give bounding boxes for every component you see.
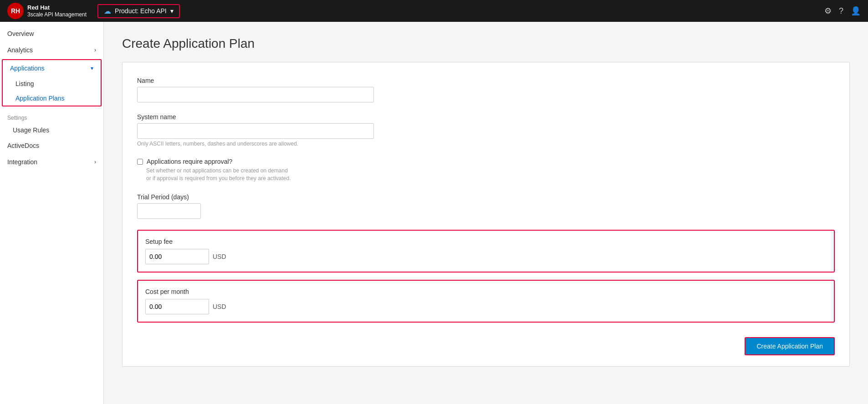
header-right: ⚙ ? 👤 — [824, 6, 861, 16]
name-group: Name — [137, 77, 835, 102]
setup-fee-input[interactable] — [145, 249, 209, 264]
form-footer: Create Application Plan — [745, 337, 835, 355]
sidebar-item-analytics[interactable]: Analytics › — [0, 42, 103, 58]
page-layout: Overview Analytics › Applications ▾ List… — [0, 22, 868, 404]
sidebar-item-overview[interactable]: Overview — [0, 25, 103, 42]
app-header: RH Red Hat 3scale API Management ☁ Produ… — [0, 0, 868, 22]
logo: RH Red Hat 3scale API Management — [7, 3, 87, 19]
sidebar-item-usage-rules[interactable]: Usage Rules — [0, 123, 103, 137]
system-name-label: System name — [137, 113, 835, 121]
svg-text:RH: RH — [11, 7, 20, 15]
system-name-input[interactable] — [137, 123, 374, 139]
cost-per-month-row: USD — [145, 299, 827, 314]
page-title: Create Application Plan — [122, 36, 850, 51]
header-left: RH Red Hat 3scale API Management ☁ Produ… — [7, 3, 180, 19]
help-icon[interactable]: ? — [839, 6, 843, 16]
product-cloud-icon: ☁ — [104, 7, 111, 15]
sidebar-sub-item-listing[interactable]: Listing — [3, 76, 101, 91]
cost-per-month-label: Cost per month — [145, 288, 827, 295]
sidebar-item-applications[interactable]: Applications ▾ — [3, 60, 101, 76]
approval-group: Applications require approval? Set wheth… — [137, 158, 835, 182]
product-name: Product: Echo API — [115, 7, 167, 15]
form-card: Name System name Only ASCII letters, num… — [122, 62, 850, 367]
approval-checkbox[interactable] — [137, 159, 143, 165]
system-name-group: System name Only ASCII letters, numbers,… — [137, 113, 835, 147]
user-icon[interactable]: 👤 — [851, 6, 861, 16]
redhat-logo-icon: RH — [7, 3, 24, 19]
name-label: Name — [137, 77, 835, 84]
settings-section-label: Settings — [0, 107, 103, 123]
setup-fee-currency: USD — [213, 253, 226, 260]
setup-fee-section: Setup fee USD — [137, 230, 835, 273]
sidebar-item-activedocs[interactable]: ActiveDocs — [0, 137, 103, 154]
approval-hint: Set whether or not applications can be c… — [146, 167, 835, 182]
sidebar-item-integration[interactable]: Integration › — [0, 154, 103, 170]
cost-per-month-section: Cost per month USD — [137, 280, 835, 323]
product-chevron-icon: ▾ — [170, 7, 174, 15]
main-content: Create Application Plan Name System name… — [104, 22, 868, 404]
approval-label[interactable]: Applications require approval? — [137, 158, 835, 165]
system-name-hint: Only ASCII letters, numbers, dashes and … — [137, 141, 835, 147]
settings-icon[interactable]: ⚙ — [824, 6, 832, 16]
setup-fee-row: USD — [145, 249, 827, 264]
trial-period-input[interactable] — [137, 203, 201, 219]
trial-period-label: Trial Period (days) — [137, 193, 835, 201]
cost-per-month-currency: USD — [213, 303, 226, 310]
name-input[interactable] — [137, 87, 374, 102]
cost-per-month-input[interactable] — [145, 299, 209, 314]
integration-chevron-icon: › — [94, 159, 96, 165]
analytics-chevron-icon: › — [94, 47, 96, 53]
applications-chevron-icon: ▾ — [91, 65, 93, 71]
trial-period-group: Trial Period (days) — [137, 193, 835, 219]
logo-text: Red Hat 3scale API Management — [27, 4, 87, 18]
sidebar: Overview Analytics › Applications ▾ List… — [0, 22, 104, 404]
product-selector[interactable]: ☁ Product: Echo API ▾ — [97, 4, 180, 18]
sidebar-sub-item-application-plans[interactable]: Application Plans — [3, 91, 101, 106]
setup-fee-label: Setup fee — [145, 238, 827, 245]
create-application-plan-button[interactable]: Create Application Plan — [745, 337, 835, 355]
